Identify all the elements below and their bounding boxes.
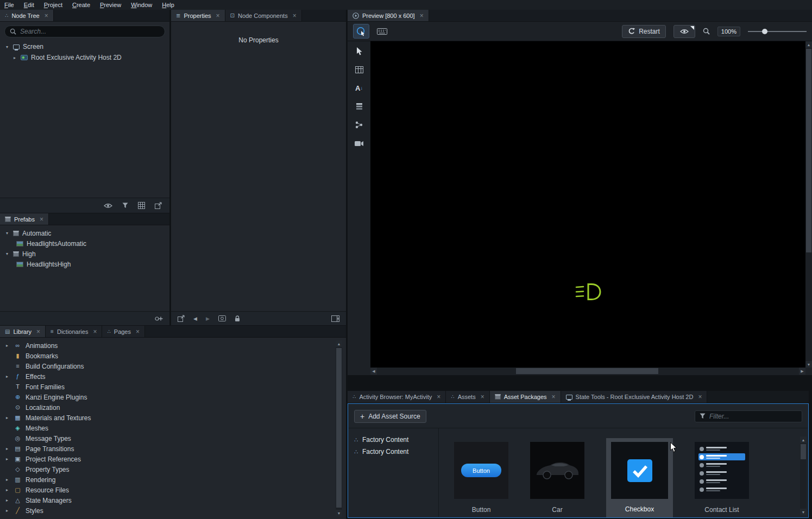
asset-source-factory-content-1[interactable]: ∴ Factory Content (349, 434, 438, 446)
scroll-down-button[interactable]: ▼ (805, 361, 812, 368)
camera-tool-button[interactable] (352, 138, 366, 149)
library-item-localization[interactable]: ⊙ Localization (0, 402, 346, 413)
zoom-slider[interactable] (748, 27, 807, 36)
expand-arrow-icon[interactable]: ▸ (12, 55, 17, 60)
prefab-item-high[interactable]: ▾ High (0, 249, 169, 259)
library-item-materials-and-textures[interactable]: ▸ ▦ Materials and Textures (0, 413, 346, 423)
library-item-animations[interactable]: ▸ ∞ Animations (0, 340, 346, 351)
prefab-item-headlights-high[interactable]: HeadlightsHigh (0, 259, 169, 269)
menu-window[interactable]: Window (131, 2, 152, 8)
scrollbar-thumb[interactable] (801, 444, 806, 459)
expand-arrow-icon[interactable]: ▸ (4, 374, 10, 379)
close-icon[interactable]: × (293, 12, 297, 19)
scrollbar-thumb[interactable] (516, 368, 658, 374)
library-item-state-managers[interactable]: ▸ △ State Managers (0, 495, 346, 505)
library-item-effects[interactable]: ▸ ƒ Effects (0, 371, 346, 382)
grid-view-icon[interactable] (138, 202, 145, 209)
library-item-styles[interactable]: ▸ ╱ Styles (0, 505, 346, 516)
close-icon[interactable]: × (437, 394, 440, 400)
scrollbar-thumb[interactable] (336, 348, 342, 508)
menu-help[interactable]: Help (162, 2, 174, 8)
scroll-left-button[interactable]: ◀ (370, 368, 377, 375)
expand-arrow-icon[interactable]: ▸ (4, 508, 10, 513)
preview-vertical-scrollbar[interactable]: ▲ ▼ (805, 41, 812, 368)
tab-pages[interactable]: ∴ Pages × (102, 326, 145, 337)
tab-properties[interactable]: ≣ Properties × (171, 10, 225, 21)
library-item-kanzi-engine-plugins[interactable]: ⊕ Kanzi Engine Plugins (0, 392, 346, 402)
text-tool-button[interactable]: A ↓ (352, 83, 366, 93)
library-item-meshes[interactable]: ◈ Meshes (0, 423, 346, 433)
menu-project[interactable]: Project (44, 2, 62, 8)
pin-properties-icon[interactable] (178, 315, 185, 322)
close-icon[interactable]: × (216, 12, 220, 19)
library-item-resource-files[interactable]: ▸ ▢ Resource Files (0, 485, 346, 495)
close-icon[interactable]: × (40, 216, 43, 223)
library-scrollbar[interactable]: ▲ ▼ (336, 340, 342, 516)
library-item-message-types[interactable]: ◎ Message Types (0, 433, 346, 444)
back-arrow-icon[interactable]: ◀ (193, 316, 197, 321)
expand-arrow-icon[interactable]: ▸ (4, 457, 10, 461)
layers-tool-button[interactable] (352, 101, 366, 112)
tree-item-root-activity-host[interactable]: ▸ Root Exclusive Activity Host 2D (0, 52, 169, 63)
expand-arrow-icon[interactable]: ▸ (4, 446, 10, 451)
tab-library[interactable]: ▤ Library × (0, 326, 46, 337)
tab-node-tree[interactable]: ∴ Node Tree × (0, 10, 54, 21)
filter-icon[interactable] (122, 202, 128, 208)
prefab-item-headlights-automatic[interactable]: HeadlightsAutomatic (0, 238, 169, 249)
isolate-node-icon[interactable] (155, 202, 162, 209)
scroll-right-button[interactable]: ▶ (799, 368, 805, 375)
assets-scrollbar[interactable]: ▲ ▼ (800, 436, 807, 515)
close-icon[interactable]: × (420, 12, 424, 19)
scroll-down-button[interactable]: ▼ (800, 509, 807, 515)
scroll-up-button[interactable]: ▲ (336, 340, 342, 347)
zoom-slider-thumb[interactable] (762, 29, 767, 34)
collapse-arrow-icon[interactable]: ▾ (4, 251, 10, 256)
connections-tool-button[interactable] (352, 119, 366, 130)
scroll-up-button[interactable]: ▲ (805, 41, 812, 48)
filter-input[interactable] (709, 413, 797, 420)
select-tool-button[interactable] (352, 46, 366, 56)
expand-arrow-icon[interactable]: ▸ (4, 477, 10, 482)
preview-horizontal-scrollbar[interactable]: ◀ ▶ (370, 368, 805, 375)
scroll-down-button[interactable]: ▼ (336, 510, 342, 516)
expand-arrow-icon[interactable]: ▸ (4, 415, 10, 420)
asset-card-checkbox-selected[interactable]: Checkbox (606, 438, 673, 517)
close-icon[interactable]: × (136, 328, 140, 335)
visibility-eye-icon[interactable] (104, 203, 112, 208)
expand-arrow-icon[interactable]: ▸ (4, 343, 10, 348)
close-icon[interactable]: × (698, 394, 702, 400)
close-icon[interactable]: × (481, 394, 484, 400)
tab-asset-packages[interactable]: Asset Packages × (490, 391, 561, 403)
lock-icon[interactable] (235, 315, 240, 322)
library-item-bookmarks[interactable]: ▮ Bookmarks (0, 351, 346, 361)
expand-arrow-icon[interactable]: ▸ (4, 488, 10, 492)
library-item-build-configurations[interactable]: ≡ Build Configurations (0, 361, 346, 371)
tab-assets[interactable]: ∴ Assets × (446, 391, 489, 403)
collapse-arrow-icon[interactable]: ▾ (4, 45, 10, 49)
interact-tool-button[interactable] (353, 24, 369, 39)
menu-file[interactable]: File (4, 2, 14, 8)
library-item-rendering[interactable]: ▸ ▥ Rendering (0, 474, 346, 485)
library-item-property-types[interactable]: ◇ Property Types (0, 464, 346, 474)
asset-card-car[interactable]: Car (530, 442, 584, 514)
menu-create[interactable]: Create (72, 2, 90, 8)
asset-card-contact-list[interactable]: Contact List (695, 442, 749, 514)
prefab-item-automatic[interactable]: ▾ Automatic (0, 228, 169, 238)
restart-button[interactable]: Restart (622, 25, 666, 38)
library-item-page-transitions[interactable]: ▸ ▤ Page Transitions (0, 444, 346, 454)
library-item-project-references[interactable]: ▸ ▣ Project References (0, 454, 346, 464)
preview-visibility-button[interactable] (673, 25, 695, 38)
scrollbar-thumb[interactable] (806, 49, 811, 252)
tab-preview[interactable]: Preview [800 x 600] × (348, 10, 429, 21)
menu-preview[interactable]: Preview (100, 2, 121, 8)
tab-dictionaries[interactable]: ≡ Dictionaries × (46, 326, 102, 337)
add-panel-icon[interactable] (331, 315, 339, 322)
expand-arrow-icon[interactable]: ▸ (4, 498, 10, 503)
virtual-keyboard-button[interactable] (374, 24, 390, 39)
tree-item-screen[interactable]: ▾ Screen (0, 41, 169, 52)
tab-activity-browser[interactable]: ∴ Activity Browser: MyActivity × (348, 391, 446, 403)
tab-node-components[interactable]: ⊡ Node Components × (225, 10, 302, 21)
close-icon[interactable]: × (93, 328, 97, 335)
close-icon[interactable]: × (45, 12, 48, 19)
asset-card-button[interactable]: Button Button (454, 442, 508, 514)
